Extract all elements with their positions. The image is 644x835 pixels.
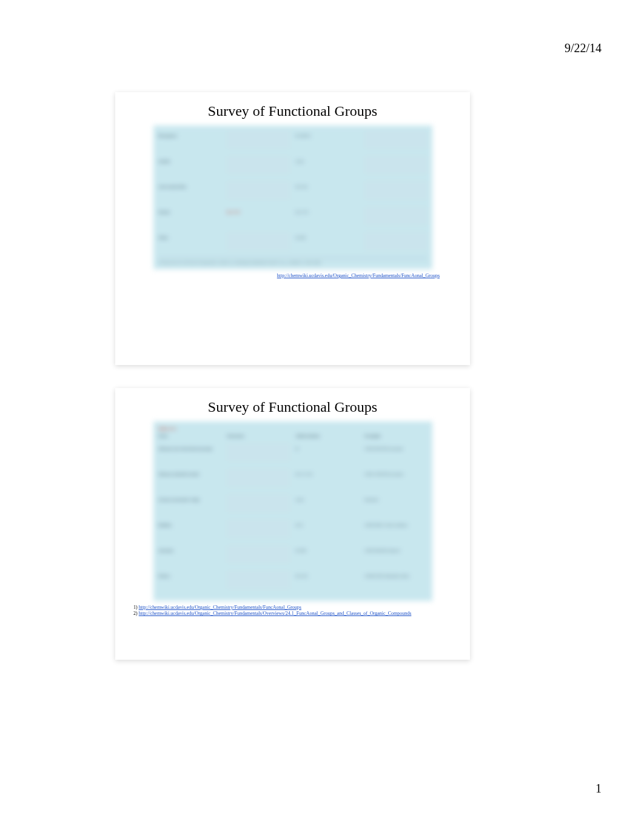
row-name: Ethers	[158, 574, 221, 586]
row-abbrev: R-C≡N	[296, 210, 359, 222]
row-name: Alkenes (double bond)	[158, 472, 221, 484]
row-name: Amide	[158, 159, 221, 171]
header-example: Example	[364, 434, 428, 438]
row-structure	[227, 232, 290, 250]
row-example: CH3CH2Cl chloroethane	[364, 523, 428, 535]
row-structure: R-C≡N	[227, 210, 290, 222]
row-abbrev: R	[296, 446, 359, 458]
row-structure	[227, 181, 290, 200]
table-row: Thiol R-SH	[158, 232, 428, 250]
table-row: Acid anhydride R-O-R	[158, 181, 428, 200]
row-example: CH2=CHCH3 propene	[364, 472, 428, 484]
header-abbrev: Abbreviation	[296, 434, 359, 438]
page-date: 9/22/14	[565, 41, 602, 55]
table-row: Amide none	[158, 156, 428, 174]
page-number: 1	[595, 782, 602, 796]
row-abbrev: none	[296, 159, 359, 171]
row-name: Acid anhydride	[158, 184, 221, 196]
link-num: 2)	[133, 611, 138, 616]
row-name: Alkanes (no functional group)	[158, 446, 221, 458]
row-abbrev: R-OH	[296, 548, 359, 560]
row-structure	[227, 156, 290, 174]
row-abbrev: R-O-R	[296, 574, 359, 586]
row-example	[364, 232, 428, 250]
row-name: Thiol	[158, 235, 221, 247]
row-example: CH3CH2OH ethanol	[364, 548, 428, 560]
slide-1-source-link[interactable]: http://chemwiki.ucdavis.edu/Organic_Chem…	[127, 273, 458, 278]
row-structure	[227, 469, 290, 487]
slide-2-table: Table 24.1 Class Structure Abbreviation …	[153, 421, 432, 601]
slide-1-title: Survey of Functional Groups	[127, 103, 458, 119]
row-abbrev: none	[296, 497, 359, 509]
header-class: Class	[158, 434, 221, 438]
row-structure	[227, 520, 290, 538]
row-abbrev: R-C=C-R	[296, 472, 359, 484]
row-abbrev: R-OPO3	[296, 133, 359, 146]
table-row: Nitrile R-C≡N R-C≡N	[158, 207, 428, 225]
table-row: Halides R-X CH3CH2Cl chloroethane	[158, 520, 428, 538]
row-structure	[227, 443, 290, 461]
row-structure	[227, 545, 290, 563]
slide-2: Survey of Functional Groups Table 24.1 C…	[115, 388, 470, 660]
link-url[interactable]: http://chemwiki.ucdavis.edu/Organic_Chem…	[139, 611, 412, 616]
row-example	[364, 130, 428, 149]
row-example	[364, 181, 428, 200]
link-url[interactable]: http://chemwiki.ucdavis.edu/Organic_Chem…	[139, 605, 301, 610]
row-abbrev: R-SH	[296, 235, 359, 247]
row-name: Nitrile	[158, 210, 221, 222]
row-abbrev: R-O-R	[296, 184, 359, 196]
table-row: Alkenes (double bond) R-C=C-R CH2=CHCH3 …	[158, 469, 428, 487]
source-link-2: 2) http://chemwiki.ucdavis.edu/Organic_C…	[133, 611, 458, 617]
row-name: Alcohols	[158, 548, 221, 560]
table-row: Ethers R-O-R CH3OCH3 dimethyl ether	[158, 571, 428, 589]
slide-2-title: Survey of Functional Groups	[127, 399, 458, 415]
row-name: Halides	[158, 523, 221, 535]
slide-1: Survey of Functional Groups Phosphate R-…	[115, 92, 470, 365]
row-abbrev: R-X	[296, 523, 359, 535]
row-example: CH3CH2CH3 propane	[364, 446, 428, 458]
table-row: Arenes (aromatic ring) none benzene	[158, 494, 428, 512]
table-caption: † R may also be a H atom. R represents a…	[158, 258, 428, 264]
row-example	[364, 156, 428, 174]
slide-2-source-links: 1) http://chemwiki.ucdavis.edu/Organic_C…	[127, 605, 458, 617]
table-row: Alkanes (no functional group) R CH3CH2CH…	[158, 443, 428, 461]
table-tag: Table 24.1	[158, 426, 428, 431]
row-example: CH3OCH3 dimethyl ether	[364, 574, 428, 586]
row-name: Phosphate	[158, 133, 221, 146]
row-structure	[227, 494, 290, 512]
table-row: Alcohols R-OH CH3CH2OH ethanol	[158, 545, 428, 563]
table-row: Phosphate R-OPO3	[158, 130, 428, 149]
source-link-1: 1) http://chemwiki.ucdavis.edu/Organic_C…	[133, 605, 458, 611]
header-structure: Structure	[227, 434, 290, 438]
row-example: benzene	[364, 497, 428, 509]
table-header-row: Class Structure Abbreviation Example	[158, 434, 428, 438]
link-num: 1)	[133, 605, 138, 610]
slide-1-table: Phosphate R-OPO3 Amide none Acid anhydri…	[153, 126, 432, 269]
row-example	[364, 207, 428, 225]
row-name: Arenes (aromatic ring)	[158, 497, 221, 509]
row-structure	[227, 571, 290, 589]
row-structure	[227, 130, 290, 149]
